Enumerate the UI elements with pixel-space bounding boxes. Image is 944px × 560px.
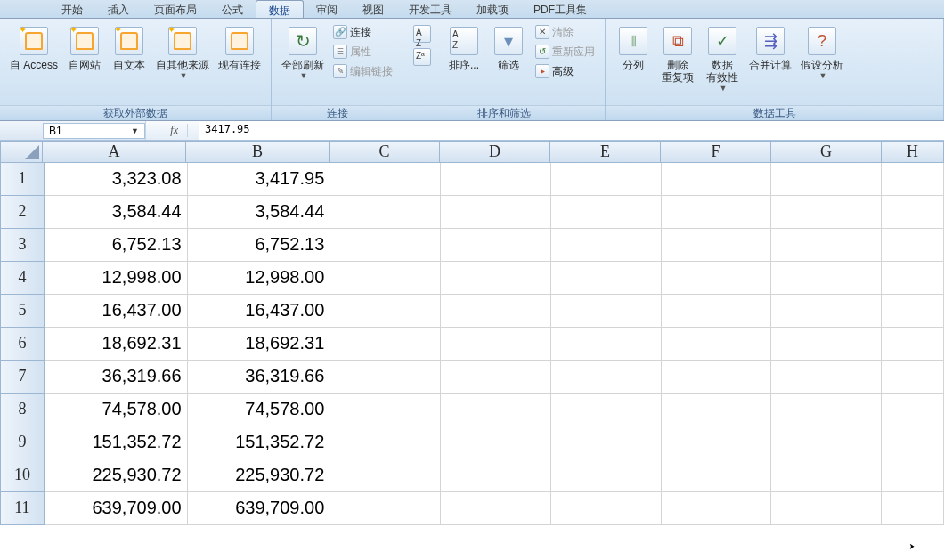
cell-G3[interactable] [771,229,882,262]
cell-B6[interactable]: 18,692.31 [188,328,331,361]
row-header-3[interactable]: 3 [0,229,45,262]
cell-H6[interactable] [882,328,944,361]
row-header-6[interactable]: 6 [0,328,45,361]
cell-A2[interactable]: 3,584.44 [45,196,188,229]
cell-B4[interactable]: 12,998.00 [188,262,331,295]
cell-B7[interactable]: 36,319.66 [188,361,331,394]
reapply-button[interactable]: 重新应用 [531,42,599,61]
cell-H10[interactable] [882,459,944,492]
cell-E5[interactable] [551,295,662,328]
what-if-button[interactable]: 假设分析▼ [796,22,848,83]
cell-A9[interactable]: 151,352.72 [45,426,188,459]
cell-B5[interactable]: 16,437.00 [188,295,331,328]
cell-C10[interactable] [330,459,441,492]
text-to-columns-button[interactable]: 分列 [611,22,655,74]
cell-B1[interactable]: 3,417.95 [188,163,331,196]
cell-D6[interactable] [441,328,551,361]
tab-审阅[interactable]: 审阅 [304,0,350,18]
refresh-all-button[interactable]: 全部刷新▼ [277,22,329,83]
tab-公式[interactable]: 公式 [209,0,256,18]
cell-G2[interactable] [771,196,882,229]
cell-G5[interactable] [771,295,882,328]
cell-D9[interactable] [441,426,551,459]
cell-C2[interactable] [330,196,441,229]
sort-asc-button[interactable] [409,22,438,45]
tab-插入[interactable]: 插入 [95,0,142,18]
cell-E7[interactable] [551,361,662,394]
cell-B2[interactable]: 3,584.44 [188,196,331,229]
cell-F7[interactable] [662,361,772,394]
cell-G8[interactable] [771,394,882,426]
cell-F4[interactable] [662,262,772,295]
column-header-H[interactable]: H [882,141,944,163]
from-web-button[interactable]: 自网站 [62,22,107,74]
column-header-A[interactable]: A [43,141,186,163]
cell-B8[interactable]: 74,578.00 [188,394,331,426]
cell-C7[interactable] [330,361,441,394]
cell-H11[interactable] [882,492,944,525]
row-header-11[interactable]: 11 [0,492,45,525]
edit-links-button[interactable]: 编辑链接 [329,61,397,81]
filter-button[interactable]: 筛选 [486,22,531,74]
cell-H5[interactable] [882,295,944,328]
data-validation-button[interactable]: 数据 有效性▼ [700,22,745,95]
column-header-B[interactable]: B [186,141,330,163]
tab-加载项[interactable]: 加载项 [464,0,521,18]
cell-G6[interactable] [771,328,882,361]
cell-H1[interactable] [882,163,944,196]
cell-F2[interactable] [662,196,772,229]
formula-input[interactable]: 3417.95 [199,121,944,140]
cell-C4[interactable] [330,262,441,295]
cell-E10[interactable] [551,459,662,492]
row-header-10[interactable]: 10 [0,459,45,492]
cell-A7[interactable]: 36,319.66 [45,361,188,394]
clear-button[interactable]: 清除 [531,22,599,42]
cell-C3[interactable] [330,229,441,262]
cell-A4[interactable]: 12,998.00 [45,262,188,295]
row-header-4[interactable]: 4 [0,262,45,295]
cell-C8[interactable] [330,394,441,426]
cell-F1[interactable] [662,163,772,196]
cell-C6[interactable] [330,328,441,361]
tab-数据[interactable]: 数据 [256,0,304,18]
cell-H4[interactable] [882,262,944,295]
cell-G4[interactable] [771,262,882,295]
from-other-sources-button[interactable]: 自其他来源▼ [151,22,214,83]
cell-H8[interactable] [882,394,944,426]
advanced-button[interactable]: 高级 [531,61,599,81]
consolidate-button[interactable]: 合并计算 [745,22,796,74]
cell-E2[interactable] [551,196,662,229]
cell-D1[interactable] [441,163,551,196]
row-header-2[interactable]: 2 [0,196,45,229]
cell-B10[interactable]: 225,930.72 [188,459,331,492]
cell-E3[interactable] [551,229,662,262]
tab-PDF工具集[interactable]: PDF工具集 [521,0,599,18]
cell-F11[interactable] [662,492,772,525]
cell-E4[interactable] [551,262,662,295]
cell-C9[interactable] [330,426,441,459]
cell-C1[interactable] [330,163,441,196]
cell-E1[interactable] [551,163,662,196]
column-header-G[interactable]: G [771,141,882,163]
cell-D8[interactable] [441,394,551,426]
cell-E9[interactable] [551,426,662,459]
cell-H9[interactable] [882,426,944,459]
cell-A11[interactable]: 639,709.00 [45,492,188,525]
cell-D2[interactable] [441,196,551,229]
row-header-1[interactable]: 1 [0,163,45,196]
cell-F3[interactable] [662,229,772,262]
cell-E6[interactable] [551,328,662,361]
column-header-E[interactable]: E [550,141,661,163]
from-text-button[interactable]: 自文本 [107,22,151,74]
cell-G7[interactable] [771,361,882,394]
cell-G10[interactable] [771,459,882,492]
cell-H3[interactable] [882,229,944,262]
cell-D10[interactable] [441,459,551,492]
sort-button[interactable]: 排序... [442,22,486,74]
row-header-8[interactable]: 8 [0,394,45,426]
sort-desc-button[interactable] [409,45,438,69]
cell-H2[interactable] [882,196,944,229]
cell-G9[interactable] [771,426,882,459]
row-header-9[interactable]: 9 [0,426,45,459]
name-box[interactable]: B1▼ [43,123,145,139]
